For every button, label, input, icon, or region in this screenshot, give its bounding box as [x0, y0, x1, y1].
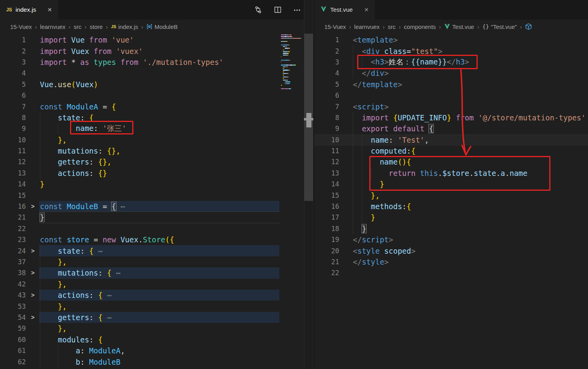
code-line-60[interactable]: 60 modules: {: [0, 334, 313, 345]
code-text: export default {: [353, 124, 433, 133]
minimap-line: [281, 88, 284, 89]
code-line-4[interactable]: 4 </div>: [314, 68, 588, 79]
code-line-21[interactable]: 21}: [0, 212, 313, 223]
code-line-9[interactable]: 9 export default {: [314, 123, 588, 134]
minimap-line: [281, 61, 281, 62]
code-line-14[interactable]: 14}: [0, 179, 313, 190]
tab-test-vue[interactable]: Test.vue ✕: [314, 0, 375, 20]
token: computed: [371, 147, 407, 155]
code-line-38[interactable]: 38> mutations: { ⋯: [0, 267, 313, 278]
code-line-61[interactable]: 61 a: ModuleA,: [0, 345, 313, 356]
breadcrumb-item-index-js[interactable]: JSindex.js: [111, 23, 138, 30]
token: </: [353, 235, 362, 244]
code-line-8[interactable]: 8 state: {: [0, 112, 313, 123]
code-line-16[interactable]: 16 methods:{: [314, 201, 588, 212]
fold-chevron-icon[interactable]: >: [26, 314, 40, 321]
token: :: [89, 169, 98, 177]
breadcrumb-item-components[interactable]: components: [404, 23, 436, 30]
code-line-2[interactable]: 2import Vuex from 'vuex': [0, 45, 313, 56]
code-line-59[interactable]: 59 },: [0, 323, 313, 334]
code-line-7[interactable]: 7const ModuleA = {: [0, 101, 313, 112]
breadcrumb-item-test-vue[interactable]: Test.vue: [444, 23, 474, 30]
fold-chevron-icon[interactable]: >: [26, 247, 40, 254]
breadcrumb-item-15-vuex[interactable]: 15-Vuex: [10, 23, 32, 30]
token: *: [71, 58, 80, 66]
code-line-43[interactable]: 43> actions: { ⋯: [0, 290, 313, 301]
code-text: <style scoped>: [353, 247, 415, 255]
token: {: [98, 291, 102, 299]
code-line-53[interactable]: 53 },: [0, 301, 313, 312]
breadcrumb-item-15-vuex[interactable]: 15-Vuex: [324, 23, 346, 30]
code-line-37[interactable]: 37 },: [0, 256, 313, 267]
code-editor-test-vue: 1<template>2 <div class="test">3 <h3>姓名：…: [314, 34, 588, 369]
minimap-line: [290, 81, 290, 82]
close-icon[interactable]: ✕: [47, 7, 52, 13]
breadcrumb-item-learnvuex[interactable]: learnvuex: [354, 23, 379, 30]
open-changes-icon[interactable]: [254, 6, 262, 14]
code-line-24[interactable]: 24> state: { ⋯: [0, 245, 313, 256]
breadcrumb-item-learnvuex[interactable]: learnvuex: [40, 23, 65, 30]
code-line-4[interactable]: 4: [0, 68, 313, 79]
code-line-15[interactable]: 15 },: [314, 190, 588, 201]
token: {: [111, 102, 116, 111]
breadcrumb-separator: ›: [34, 23, 37, 30]
code-line-62[interactable]: 62 b: ModuleB: [0, 356, 313, 367]
code-line-9[interactable]: 9 name: '张三': [0, 123, 313, 134]
code-line-20[interactable]: 20<style scoped>: [314, 245, 588, 256]
line-number: 4: [314, 69, 339, 77]
code-line-15[interactable]: 15: [0, 190, 313, 201]
token: b: [76, 358, 80, 366]
token: template: [362, 80, 398, 89]
code-line-42[interactable]: 42 },: [0, 279, 313, 290]
code-line-17[interactable]: 17 }: [314, 212, 588, 223]
code-line-54[interactable]: 54> getters: { ⋯: [0, 312, 313, 323]
token: Vuex: [76, 80, 94, 89]
code-line-6[interactable]: 6: [0, 90, 313, 101]
minimap-line: [281, 36, 284, 37]
fold-chevron-icon[interactable]: >: [26, 269, 40, 276]
code-line-7[interactable]: 7<script>: [314, 101, 588, 112]
code-line-11[interactable]: 11 mutations: {},: [0, 145, 313, 156]
code-line-22[interactable]: 22: [314, 267, 588, 278]
sash-handle-bar[interactable]: [304, 118, 313, 120]
breadcrumb-item-symbol[interactable]: [525, 23, 532, 30]
code-line-10[interactable]: 10 },: [0, 134, 313, 145]
fold-chevron-icon[interactable]: >: [26, 292, 40, 299]
breadcrumb-item-src[interactable]: src: [388, 23, 396, 30]
line-number: 13: [314, 169, 339, 177]
tab-index-js[interactable]: JS index.js ✕: [0, 0, 58, 20]
code-line-13[interactable]: 13 actions: {}: [0, 168, 313, 179]
close-icon[interactable]: ✕: [364, 7, 369, 13]
more-actions-icon[interactable]: ⋯: [293, 5, 302, 14]
code-line-12[interactable]: 12 getters: {},: [0, 156, 313, 167]
code-line-3[interactable]: 3import * as types from './mutation-type…: [0, 57, 313, 68]
code-line-6[interactable]: 6: [314, 90, 588, 101]
token: :: [80, 247, 89, 255]
breadcrumb-item-src[interactable]: src: [74, 23, 81, 30]
code-line-16[interactable]: 16>const ModuleB = { ⋯: [0, 201, 313, 212]
breadcrumb-item-moduleb[interactable]: ModuleB: [146, 23, 178, 30]
breadcrumb-item--test-vue-[interactable]: {}"Test.vue": [482, 23, 517, 30]
minimap[interactable]: [281, 34, 303, 93]
code-line-11[interactable]: 11 computed:{: [314, 145, 588, 156]
token: :: [98, 269, 107, 277]
code-text: modules: {: [40, 335, 102, 344]
breadcrumb-item-store[interactable]: store: [90, 23, 102, 30]
token: },: [58, 136, 67, 144]
code-line-1[interactable]: 1<template>: [314, 34, 588, 45]
code-line-19[interactable]: 19</script>: [314, 234, 588, 245]
token: from: [94, 47, 116, 56]
code-line-18[interactable]: 18 }: [314, 223, 588, 234]
code-line-10[interactable]: 10 name: 'Test',: [314, 134, 588, 145]
code-line-1[interactable]: 1import Vue from 'vue': [0, 34, 313, 45]
code-line-23[interactable]: 23const store = new Vuex.Store({: [0, 234, 313, 245]
code-line-8[interactable]: 8 import {UPDATE_INFO} from '@/store/mut…: [314, 112, 588, 123]
code-line-5[interactable]: 5</template>: [314, 79, 588, 90]
code-line-21[interactable]: 21</style>: [314, 256, 588, 267]
fold-chevron-icon[interactable]: >: [26, 203, 40, 210]
split-editor-icon[interactable]: [274, 6, 282, 14]
tab-bar-left: JS index.js ✕ ⋯: [0, 0, 313, 20]
code-text: actions: {}: [40, 169, 107, 177]
code-line-22[interactable]: 22: [0, 223, 313, 234]
code-line-5[interactable]: 5Vue.use(Vuex): [0, 79, 313, 90]
